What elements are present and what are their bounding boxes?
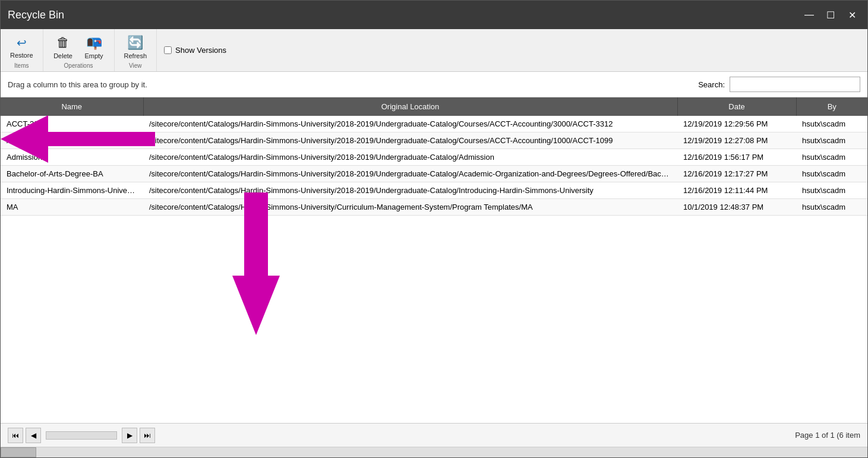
cell-location: /sitecore/content/Catalogs/Hardin-Simmon…	[143, 182, 677, 199]
cell-date: 12/19/2019 12:27:08 PM	[677, 132, 796, 149]
cell-date: 12/19/2019 12:29:56 PM	[677, 116, 796, 132]
restore-button[interactable]: ↩ Restore	[5, 33, 38, 61]
empty-button[interactable]: 📭 Empty	[80, 33, 108, 62]
items-group-label: Items	[14, 62, 29, 71]
table-header: Name Original Location Date By	[1, 97, 867, 116]
empty-label: Empty	[84, 52, 103, 59]
window-title: Recycle Bin	[8, 9, 64, 21]
show-versions-label: Show Versions	[175, 46, 226, 55]
cell-location: /sitecore/content/Catalogs/Hardin-Simmon…	[143, 166, 677, 182]
col-header-name[interactable]: Name	[1, 97, 143, 116]
col-header-by[interactable]: By	[796, 97, 867, 116]
cell-name: Admission	[1, 149, 143, 166]
maximize-button[interactable]: ☐	[822, 7, 839, 23]
restore-label: Restore	[10, 52, 33, 59]
show-versions-option[interactable]: Show Versions	[164, 46, 226, 55]
minimize-button[interactable]: —	[801, 7, 818, 23]
table-container: Name Original Location Date By ACCT-3312…	[1, 97, 867, 423]
cell-by: hsutx\scadm	[796, 132, 867, 149]
delete-icon: 🗑	[56, 35, 70, 50]
items-buttons: ↩ Restore	[5, 31, 38, 62]
ribbon-group-view: 🔄 Refresh View	[115, 29, 157, 71]
last-page-button[interactable]: ⏭	[140, 428, 155, 443]
close-button[interactable]: ✕	[844, 7, 860, 23]
table-row[interactable]: MA/sitecore/content/Catalogs/Hardin-Simm…	[1, 199, 867, 216]
ribbon-options: Show Versions	[157, 29, 233, 71]
search-area: Search:	[698, 77, 860, 92]
first-page-button[interactable]: ⏮	[8, 428, 23, 443]
next-page-button[interactable]: ▶	[122, 428, 137, 443]
table-row[interactable]: Bachelor-of-Arts-Degree-BA/sitecore/cont…	[1, 166, 867, 182]
col-header-location[interactable]: Original Location	[143, 97, 677, 116]
recycle-bin-table: Name Original Location Date By ACCT-3312…	[1, 97, 867, 216]
scroll-thumb[interactable]	[1, 447, 36, 457]
pagination-bar: ⏮ ◀ ▶ ⏭ Page 1 of 1 (6 item	[1, 423, 867, 447]
ribbon-group-operations: 🗑 Delete 📭 Empty Operations	[43, 29, 115, 71]
show-versions-checkbox[interactable]	[164, 46, 172, 54]
table-row[interactable]: Introducing-Hardin-Simmons-University/si…	[1, 182, 867, 199]
search-input[interactable]	[730, 77, 860, 92]
cell-name: Bachelor-of-Arts-Degree-BA	[1, 166, 143, 182]
table-row[interactable]: ACCT-1099/sitecore/content/Catalogs/Hard…	[1, 132, 867, 149]
search-label: Search:	[698, 80, 725, 89]
table-body: ACCT-3312/sitecore/content/Catalogs/Hard…	[1, 116, 867, 216]
page-scrollbar[interactable]	[46, 431, 117, 440]
restore-icon: ↩	[17, 36, 27, 50]
header-row: Name Original Location Date By	[1, 97, 867, 116]
ribbon-group-items: ↩ Restore Items	[1, 29, 43, 71]
operations-group-label: Operations	[64, 62, 93, 71]
table-row[interactable]: ACCT-3312/sitecore/content/Catalogs/Hard…	[1, 116, 867, 132]
empty-icon: 📭	[86, 35, 102, 50]
cell-name: ACCT-1099	[1, 132, 143, 149]
col-header-date[interactable]: Date	[677, 97, 796, 116]
cell-date: 12/16/2019 12:17:27 PM	[677, 166, 796, 182]
cell-by: hsutx\scadm	[796, 149, 867, 166]
cell-location: /sitecore/content/Catalogs/Hardin-Simmon…	[143, 149, 677, 166]
prev-page-button[interactable]: ◀	[26, 428, 41, 443]
drag-hint: Drag a column to this area to group by i…	[8, 80, 147, 89]
cell-by: hsutx\scadm	[796, 199, 867, 216]
search-bar: Drag a column to this area to group by i…	[1, 72, 867, 97]
title-bar: Recycle Bin — ☐ ✕	[1, 1, 867, 29]
cell-location: /sitecore/content/Catalogs/Hardin-Simmon…	[143, 116, 677, 132]
table-row[interactable]: Admission/sitecore/content/Catalogs/Hard…	[1, 149, 867, 166]
cell-location: /sitecore/content/Catalogs/Hardin-Simmon…	[143, 199, 677, 216]
window-controls: — ☐ ✕	[801, 7, 860, 23]
scroll-track	[1, 447, 867, 457]
cell-name: MA	[1, 199, 143, 216]
cell-date: 10/1/2019 12:48:37 PM	[677, 199, 796, 216]
cell-by: hsutx\scadm	[796, 116, 867, 132]
cell-name: Introducing-Hardin-Simmons-University	[1, 182, 143, 199]
ribbon: ↩ Restore Items 🗑 Delete 📭 Empty Operati…	[1, 29, 867, 72]
cell-by: hsutx\scadm	[796, 166, 867, 182]
page-controls: ⏮ ◀ ▶ ⏭	[8, 428, 155, 443]
refresh-button[interactable]: 🔄 Refresh	[119, 33, 152, 62]
recycle-bin-window: Recycle Bin — ☐ ✕ ↩ Restore Items 🗑 Dele…	[0, 0, 868, 458]
page-info: Page 1 of 1 (6 item	[795, 431, 860, 440]
refresh-icon: 🔄	[127, 35, 143, 50]
delete-label: Delete	[53, 52, 72, 59]
view-group-label: View	[129, 62, 142, 71]
delete-button[interactable]: 🗑 Delete	[49, 33, 77, 62]
bottom-scrollbar[interactable]	[1, 447, 867, 457]
cell-name: ACCT-3312	[1, 116, 143, 132]
refresh-label: Refresh	[124, 52, 147, 59]
cell-date: 12/16/2019 12:11:44 PM	[677, 182, 796, 199]
operations-buttons: 🗑 Delete 📭 Empty	[49, 31, 108, 62]
cell-by: hsutx\scadm	[796, 182, 867, 199]
view-buttons: 🔄 Refresh	[119, 31, 152, 62]
cell-location: /sitecore/content/Catalogs/Hardin-Simmon…	[143, 132, 677, 149]
cell-date: 12/16/2019 1:56:17 PM	[677, 149, 796, 166]
